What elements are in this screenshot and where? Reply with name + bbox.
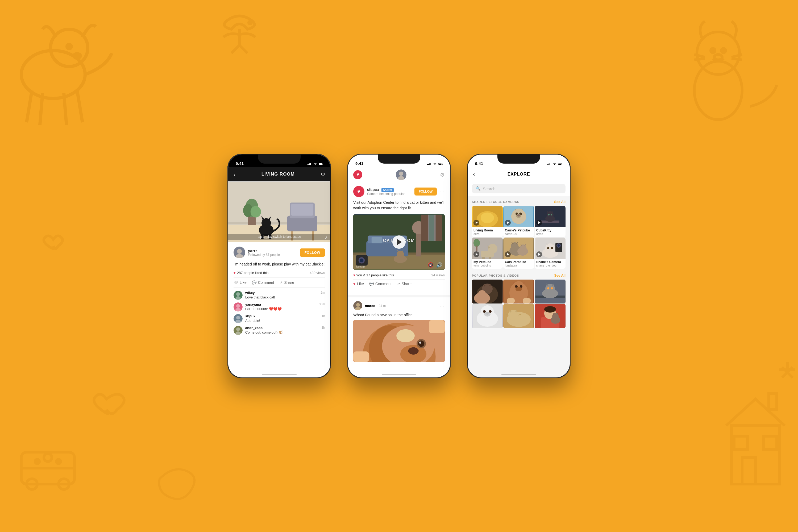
expand-icon[interactable]: ⤢ — [324, 235, 328, 240]
svg-point-8 — [249, 21, 251, 24]
more-options-icon-2[interactable]: ··· — [439, 303, 445, 309]
camera-item-living-room[interactable]: Living Room eliza — [472, 206, 503, 237]
camera-item-mypet[interactable]: My Petcube tony_bobbins — [472, 238, 503, 269]
feed-stats-row: ♥ You & 17 people like this 24 views — [353, 273, 445, 277]
camera-item-carrie[interactable]: Carrie's Petcube carrie100 — [503, 206, 534, 237]
svg-point-155 — [551, 247, 553, 249]
like-button[interactable]: 🤍 Like — [233, 280, 247, 285]
app-logo: ♥ — [353, 170, 362, 179]
svg-rect-143 — [489, 257, 491, 259]
svg-rect-42 — [319, 164, 322, 165]
svg-point-111 — [418, 341, 424, 347]
svg-point-141 — [488, 244, 497, 253]
next-post-header: marco 24 m ··· — [353, 301, 445, 310]
settings-icon-2[interactable]: ⚙ — [440, 172, 445, 178]
photo-1[interactable] — [472, 280, 503, 304]
username-label: yarrr — [248, 248, 280, 253]
comment-header: shpuk 1h — [245, 314, 325, 318]
feed-video[interactable]: CAT'S ROOM 🔇 🔊 petcube — [353, 214, 445, 270]
camera-thumb-1 — [472, 206, 503, 227]
camera-play-icon-2 — [505, 220, 511, 226]
photo-4[interactable] — [472, 304, 503, 328]
comment-username: wikey — [245, 291, 254, 295]
feed-share-button[interactable]: ↗ Share — [397, 282, 412, 286]
phone-1-content: yarrr Followed by 87 people FOLLOW I'm h… — [228, 242, 330, 342]
feed-views: 24 views — [431, 273, 445, 277]
liked-heart-icon: ♥ — [353, 273, 355, 277]
follow-button[interactable]: FOLLOW — [300, 248, 325, 257]
comment-time: 1h — [322, 314, 325, 318]
volume-icon[interactable]: 🔊 — [436, 262, 442, 268]
svg-point-11 — [697, 32, 740, 75]
svg-point-154 — [547, 247, 549, 249]
feed-share-icon: ↗ — [397, 282, 400, 286]
phone-1-video[interactable]: tap to play switch to landscape ⤢ — [228, 181, 330, 242]
phone-2-screen: 9:41 — [348, 155, 450, 377]
play-button[interactable] — [392, 235, 406, 249]
svg-point-55 — [251, 206, 261, 217]
back-button-3[interactable]: ‹ — [473, 171, 481, 178]
svg-rect-118 — [549, 163, 550, 165]
svg-line-9 — [231, 45, 240, 53]
feed-follow-button[interactable]: FOLLOW — [414, 188, 437, 195]
svg-point-169 — [515, 287, 522, 291]
svg-point-195 — [544, 306, 556, 312]
camera-thumb-6 — [535, 238, 566, 259]
feed-like-button[interactable]: ♥ Like — [353, 282, 364, 286]
back-icon[interactable]: ‹ — [233, 171, 235, 177]
video-controls[interactable]: 🔇 🔊 — [428, 262, 442, 268]
photo-2[interactable] — [503, 280, 534, 304]
camera-item-cats-paradise[interactable]: Cats Paradise lunalaura — [503, 238, 534, 269]
photo-3[interactable] — [535, 280, 566, 304]
phone-1-header: ‹ LIVING ROOM ⚙ — [228, 167, 330, 181]
photo-6[interactable] — [535, 304, 566, 328]
dog-image — [353, 320, 445, 362]
search-input[interactable]: 🔍 Search — [472, 184, 566, 193]
camera-name-6: Shane's Camera — [536, 260, 564, 264]
popular-photos-header: POPULAR PHOTOS & VIDEOS See All — [468, 270, 570, 280]
svg-rect-78 — [430, 163, 431, 165]
camera-name-2: Carrie's Petcube — [505, 228, 533, 232]
comment-body: yanayana 30m Cuuuuuuuuute ❤️❤️❤️ — [245, 302, 325, 311]
followed-by-label: Followed by 87 people — [248, 253, 280, 257]
settings-icon[interactable]: ⚙ — [321, 171, 325, 177]
svg-rect-20 — [21, 452, 75, 484]
comment-button[interactable]: 💬 Comment — [252, 280, 274, 285]
photo-5[interactable] — [503, 304, 534, 328]
see-all-photos[interactable]: See All — [554, 273, 566, 278]
svg-point-0 — [21, 51, 85, 98]
feed-comment-button[interactable]: 💬 Comment — [369, 282, 392, 286]
user-profile-avatar[interactable] — [396, 169, 406, 180]
svg-point-61 — [237, 249, 242, 254]
svg-line-18 — [732, 58, 742, 60]
see-all-cameras[interactable]: See All — [554, 200, 566, 204]
share-button[interactable]: ↗ Share — [279, 280, 294, 285]
comment-item: yanayana 30m Cuuuuuuuuute ❤️❤️❤️ — [233, 302, 325, 311]
more-options-icon[interactable]: ··· — [439, 189, 445, 195]
camera-info-5: Cats Paradise lunalaura — [503, 259, 534, 269]
svg-point-125 — [481, 212, 494, 223]
svg-point-73 — [236, 327, 240, 331]
comment-time: 1h — [322, 326, 325, 330]
camera-owner-5: lunalaura — [505, 264, 533, 267]
explore-header: ‹ EXPLORE — [468, 167, 570, 181]
camera-item-shane[interactable]: Shane's Camera shane_the_dog — [535, 238, 566, 269]
mute-icon[interactable]: 🔇 — [428, 262, 434, 268]
signal-icon-3 — [547, 163, 551, 166]
svg-rect-121 — [562, 164, 562, 165]
feed-username: sfspca — [367, 188, 379, 192]
svg-point-24 — [58, 479, 69, 490]
phone-3: 9:41 — [467, 154, 571, 378]
svg-rect-119 — [550, 163, 550, 165]
svg-point-21 — [44, 454, 52, 461]
svg-point-7 — [74, 54, 80, 58]
svg-point-138 — [551, 214, 552, 215]
svg-rect-114 — [353, 352, 369, 362]
comment-avatar — [233, 326, 243, 335]
comment-header: yanayana 30m — [245, 302, 325, 306]
petcube-watermark: petcube — [356, 265, 365, 268]
camera-item-cutie[interactable]: CutieKitty clyde — [535, 206, 566, 237]
user-row: yarrr Followed by 87 people FOLLOW — [233, 247, 325, 258]
comment-avatar — [233, 302, 243, 311]
comment-username: andr_xaos — [245, 326, 263, 330]
